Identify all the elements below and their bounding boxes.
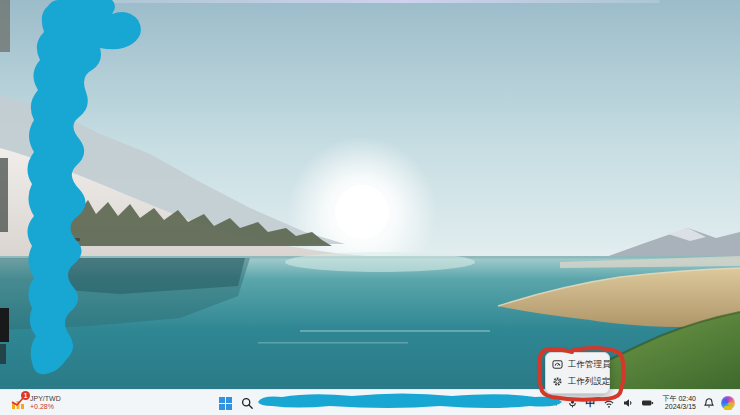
windows-logo-icon	[219, 397, 232, 410]
water-streak	[258, 342, 408, 344]
desktop-icon-label-fragment	[30, 163, 42, 166]
notification-bell-icon	[703, 397, 715, 409]
widget-change: +0.28%	[30, 403, 61, 411]
sun-water-reflection	[285, 252, 475, 272]
ime-indicator[interactable]: 中	[585, 397, 597, 410]
volume-icon	[622, 397, 634, 409]
network-tray-button[interactable]	[603, 396, 616, 410]
search-button[interactable]	[241, 397, 254, 410]
taskbar-clock[interactable]: 下午 02:40 2024/3/15	[663, 395, 696, 412]
start-button[interactable]	[219, 397, 232, 410]
desktop-icon-label-fragment	[58, 244, 78, 247]
widgets-button[interactable]: 1 JPY/TWD +0.28%	[6, 391, 65, 415]
battery-icon	[641, 397, 654, 409]
stock-chart-icon: 1	[10, 395, 26, 411]
left-edge-artifact	[0, 344, 6, 364]
screen-top-artifact	[90, 0, 660, 3]
menu-item-task-manager[interactable]: 工作管理員	[546, 356, 609, 373]
copilot-button[interactable]	[721, 396, 735, 410]
clock-time: 下午 02:40	[663, 395, 696, 403]
wifi-icon	[603, 398, 615, 409]
notification-center-button[interactable]	[702, 396, 715, 410]
water-streak	[300, 330, 490, 332]
desktop-icon-label-fragment	[55, 341, 73, 344]
icon-speck	[57, 60, 60, 63]
widget-symbol: JPY/TWD	[30, 395, 61, 403]
desktop-wallpaper	[0, 0, 740, 390]
left-edge-artifact	[0, 308, 9, 342]
menu-item-taskbar-settings[interactable]: 工作列設定	[546, 373, 609, 390]
widget-text: JPY/TWD +0.28%	[30, 395, 61, 411]
microphone-tray-button[interactable]	[566, 396, 579, 410]
task-manager-icon	[552, 359, 563, 370]
battery-tray-button[interactable]	[641, 396, 654, 410]
icon-speck	[60, 21, 63, 24]
tray-chevron-button[interactable]	[547, 396, 560, 410]
volume-tray-button[interactable]	[622, 396, 635, 410]
desktop-icon-label-fragment	[66, 238, 80, 241]
copilot-badge	[724, 406, 732, 410]
taskbar-context-menu: 工作管理員 工作列設定	[545, 352, 610, 394]
taskbar-center-group	[219, 390, 254, 415]
clock-date: 2024/3/15	[665, 403, 696, 411]
left-edge-artifact	[0, 0, 10, 52]
windows-desktop-screen: 1 JPY/TWD +0.28%	[0, 0, 740, 415]
sun	[335, 185, 389, 239]
widget-notification-badge: 1	[21, 391, 30, 400]
chevron-up-icon	[548, 398, 559, 409]
icon-speck	[54, 5, 57, 8]
taskbar: 1 JPY/TWD +0.28%	[0, 389, 740, 415]
menu-item-label: 工作管理員	[568, 359, 611, 371]
microphone-icon	[567, 397, 578, 409]
menu-item-label: 工作列設定	[568, 376, 611, 388]
search-icon	[241, 397, 254, 410]
gear-icon	[552, 376, 563, 387]
left-edge-artifact	[0, 158, 8, 232]
